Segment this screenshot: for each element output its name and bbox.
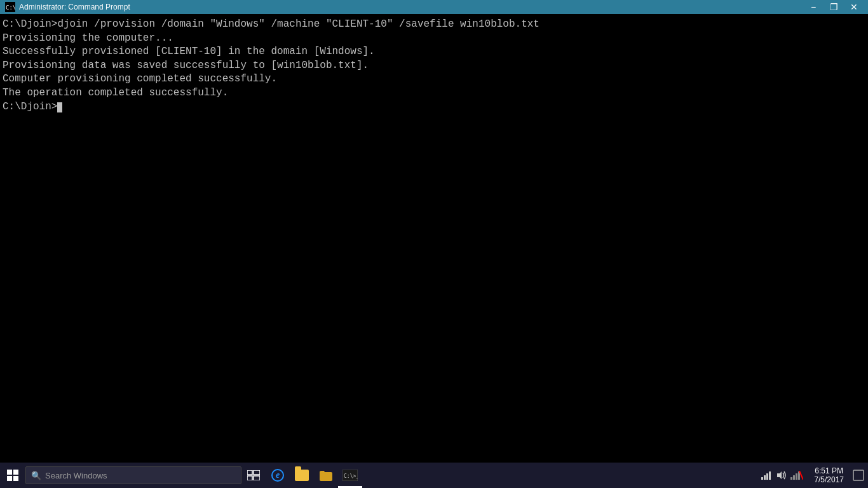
system-tray	[759, 468, 809, 482]
svg-text:C:\>_: C:\>_	[344, 473, 358, 479]
terminal-line: The operation completed successfully.	[3, 86, 865, 100]
volume-icon[interactable]	[775, 468, 789, 482]
taskbar-clock[interactable]: 6:51 PM 7/5/2017	[809, 463, 849, 488]
djoin-button[interactable]	[314, 463, 338, 488]
terminal-line: Successfully provisioned [CLIENT-10] in …	[3, 45, 865, 59]
svg-rect-14	[793, 475, 795, 480]
cmd-button[interactable]: C:\>_	[338, 463, 362, 488]
folder-icon	[295, 470, 309, 481]
terminal-line: C:\Djoin>djoin /provision /domain "Windo…	[3, 18, 865, 32]
taskbar: 🔍 Search Windows C:\>_	[0, 463, 868, 488]
terminal-line: Provisioning data was saved successfully…	[3, 59, 865, 73]
svg-rect-4	[247, 476, 252, 480]
svg-rect-11	[769, 471, 771, 480]
cmd-taskbar-icon: C:\>_	[342, 470, 358, 481]
speaker-tray-icon	[776, 471, 787, 480]
file-explorer-button[interactable]	[290, 463, 314, 488]
svg-rect-18	[853, 470, 864, 480]
djoin-folder-icon	[318, 468, 334, 482]
terminal-line: Computer provisioning completed successf…	[3, 72, 865, 86]
svg-rect-9	[764, 475, 766, 480]
notification-icon	[853, 470, 864, 481]
network-icon[interactable]	[759, 468, 773, 482]
svg-text:C:\: C:\	[6, 4, 15, 11]
terminal-line: C:\Djoin>	[3, 100, 865, 114]
ie-icon	[271, 469, 284, 482]
svg-rect-3	[254, 470, 260, 475]
clock-time: 6:51 PM	[815, 466, 843, 475]
svg-rect-10	[766, 473, 768, 480]
svg-rect-8	[761, 477, 763, 480]
network-tray-icon	[761, 471, 771, 480]
terminal-cursor	[57, 102, 62, 112]
search-bar[interactable]: 🔍 Search Windows	[25, 466, 241, 484]
network-disabled-icon	[790, 471, 803, 480]
search-placeholder: Search Windows	[45, 471, 107, 480]
svg-rect-2	[247, 470, 252, 475]
task-view-button[interactable]	[241, 463, 266, 488]
title-bar-controls: − ❐ ✕	[804, 1, 863, 13]
terminal-line: Provisioning the computer...	[3, 32, 865, 46]
notification-button[interactable]	[849, 463, 868, 488]
svg-rect-13	[790, 477, 792, 480]
title-bar-left: C:\ Administrator: Command Prompt	[5, 2, 130, 12]
close-button[interactable]: ✕	[845, 1, 863, 13]
task-view-icon	[247, 470, 260, 480]
svg-marker-12	[777, 471, 782, 479]
terminal-content[interactable]: C:\Djoin>djoin /provision /domain "Windo…	[0, 14, 868, 463]
windows-logo-icon	[7, 470, 18, 481]
network-x-icon[interactable]	[790, 468, 804, 482]
cmd-title-icon: C:\	[5, 2, 15, 12]
title-bar: C:\ Administrator: Command Prompt − ❐ ✕	[0, 0, 868, 14]
window-title: Administrator: Command Prompt	[19, 3, 130, 11]
ie-button[interactable]	[266, 463, 290, 488]
start-button[interactable]	[0, 463, 25, 488]
svg-rect-15	[796, 473, 797, 480]
search-icon: 🔍	[31, 471, 41, 480]
svg-rect-5	[254, 476, 260, 480]
clock-date: 7/5/2017	[814, 475, 844, 484]
restore-button[interactable]: ❐	[825, 1, 843, 13]
minimize-button[interactable]: −	[804, 1, 822, 13]
